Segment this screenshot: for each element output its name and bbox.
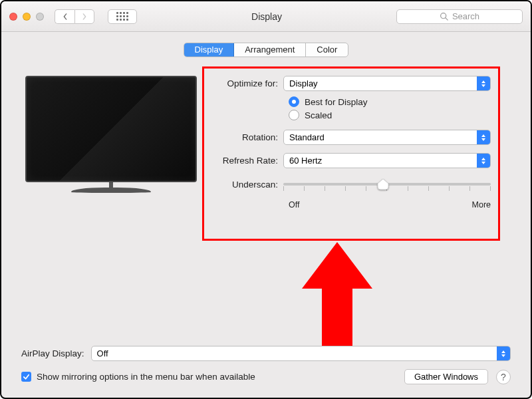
airplay-value: Off: [97, 348, 108, 358]
chevron-right-icon: [82, 13, 87, 20]
display-prefs-window: Display Search Display Arrangement Color…: [0, 0, 532, 399]
rotation-label: Rotation:: [211, 132, 283, 142]
nav-group: [55, 9, 94, 24]
refresh-rate-label: Refresh Rate:: [211, 156, 283, 166]
search-icon: [440, 12, 448, 21]
underscan-off-label: Off: [289, 200, 299, 209]
select-stepper-icon: [477, 130, 490, 144]
svg-line-1: [446, 18, 448, 20]
radio-checked-icon: [289, 96, 299, 107]
underscan-slider[interactable]: [283, 176, 491, 192]
scaled-option[interactable]: Scaled: [289, 110, 491, 120]
content-area: Display Arrangement Color Optimize for: …: [1, 32, 531, 398]
refresh-rate-row: Refresh Rate: 60 Hertz: [211, 153, 491, 168]
help-button[interactable]: ?: [496, 370, 511, 384]
best-for-display-option[interactable]: Best for Display: [289, 96, 491, 107]
best-for-display-label: Best for Display: [305, 97, 368, 107]
optimize-for-label: Optimize for:: [211, 78, 283, 88]
maximize-button[interactable]: [36, 13, 44, 21]
checkbox-checked-icon: [21, 372, 31, 382]
rotation-value: Standard: [289, 132, 325, 142]
airplay-row: AirPlay Display: Off: [21, 346, 511, 361]
slider-thumb[interactable]: [377, 178, 389, 190]
titlebar: Display Search: [1, 1, 531, 32]
mirroring-label: Show mirroring options in the menu bar w…: [37, 372, 255, 382]
tab-segment: Display Arrangement Color: [184, 43, 349, 57]
arrow-up-icon: [301, 242, 374, 348]
rotation-select[interactable]: Standard: [283, 130, 491, 145]
traffic-lights: [9, 13, 44, 21]
gather-windows-button[interactable]: Gather Windows: [404, 369, 488, 384]
optimize-for-value: Display: [289, 78, 318, 88]
underscan-more-label: More: [472, 200, 491, 209]
close-button[interactable]: [9, 13, 17, 21]
minimize-button[interactable]: [23, 13, 31, 21]
window-title: Display: [144, 11, 390, 22]
chevron-left-icon: [63, 13, 68, 20]
settings-grid: Optimize for: Display Best for Display S…: [211, 76, 491, 209]
resolution-radio-group: Best for Display Scaled: [289, 96, 491, 120]
display-preview: [25, 76, 197, 209]
tab-color[interactable]: Color: [306, 43, 348, 57]
bottom-controls: AirPlay Display: Off Show mirroring opti…: [1, 346, 531, 384]
select-stepper-icon: [477, 154, 490, 168]
mirroring-checkbox-row[interactable]: Show mirroring options in the menu bar w…: [21, 372, 255, 382]
underscan-row: Underscan:: [211, 176, 491, 192]
airplay-label: AirPlay Display:: [21, 348, 84, 358]
slider-thumb-icon: [377, 178, 389, 190]
back-button[interactable]: [55, 9, 74, 24]
optimize-for-row: Optimize for: Display: [211, 76, 491, 91]
rotation-row: Rotation: Standard: [211, 130, 491, 145]
scaled-label: Scaled: [305, 110, 332, 120]
select-stepper-icon: [497, 346, 510, 360]
search-placeholder: Search: [452, 11, 479, 21]
refresh-rate-select[interactable]: 60 Hertz: [283, 153, 491, 168]
radio-unchecked-icon: [289, 110, 299, 120]
refresh-rate-value: 60 Hertz: [289, 156, 322, 166]
annotation-arrow: [301, 242, 374, 348]
display-stand-base: [71, 188, 151, 193]
optimize-for-select[interactable]: Display: [283, 76, 491, 91]
footer-row: Show mirroring options in the menu bar w…: [21, 369, 511, 384]
underscan-slider-labels: Off More: [289, 200, 491, 209]
underscan-label: Underscan:: [211, 180, 283, 190]
tab-bar: Display Arrangement Color: [1, 43, 531, 57]
display-screen-icon: [25, 76, 197, 182]
grid-icon: [116, 12, 128, 21]
airplay-select[interactable]: Off: [91, 346, 511, 361]
show-all-button[interactable]: [108, 9, 137, 24]
search-field[interactable]: Search: [396, 9, 523, 24]
tab-display[interactable]: Display: [184, 43, 235, 57]
tab-arrangement[interactable]: Arrangement: [234, 43, 306, 57]
forward-button[interactable]: [74, 9, 94, 24]
display-stand-neck: [109, 182, 113, 188]
select-stepper-icon: [477, 76, 490, 90]
